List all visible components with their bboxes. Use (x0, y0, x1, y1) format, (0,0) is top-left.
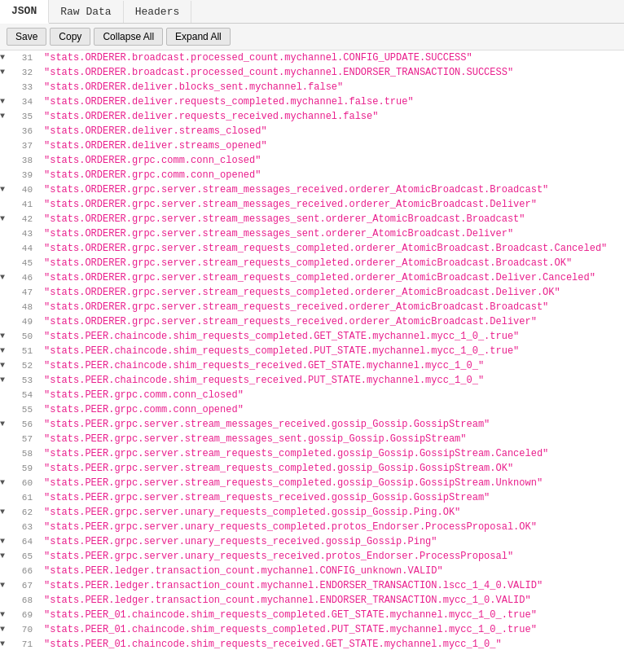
line-number: 60 (10, 476, 33, 490)
collapse-arrow-icon[interactable]: ▼ (0, 358, 10, 373)
collapse-arrow-icon[interactable]: ▼ (0, 637, 10, 652)
json-line: ▼50"stats.PEER.chaincode.shim_requests_c… (0, 329, 624, 344)
line-content: "stats.ORDERER.grpc.comm.conn_opened" (41, 168, 624, 182)
json-line: 36"stats.ORDERER.deliver.streams_closed" (0, 124, 624, 138)
line-number: 42 (10, 212, 33, 226)
collapse-arrow-icon[interactable]: ▼ (0, 476, 10, 490)
line-content: "stats.PEER.grpc.server.stream_messages_… (41, 432, 624, 446)
json-line: ▼52"stats.PEER.chaincode.shim_requests_r… (0, 358, 624, 373)
collapse-arrow-icon[interactable]: ▼ (0, 270, 10, 285)
line-number: 34 (10, 94, 33, 109)
line-content: "stats.PEER.grpc.server.unary_requests_c… (41, 520, 624, 534)
json-line: ▼60"stats.PEER.grpc.server.stream_reques… (0, 476, 624, 490)
collapse-arrow-icon[interactable]: ▼ (0, 344, 10, 358)
collapse-arrow-icon[interactable]: ▼ (0, 51, 10, 65)
json-line: 47"stats.ORDERER.grpc.server.stream_requ… (0, 285, 624, 300)
line-content: "stats.PEER.ledger.transaction_count.myc… (41, 578, 624, 593)
line-content: "stats.ORDERER.deliver.streams_opened" (41, 138, 624, 153)
line-content: "stats.PEER_01.chaincode.shim_requests_r… (41, 637, 624, 652)
json-line: ▼64"stats.PEER.grpc.server.unary_request… (0, 534, 624, 549)
json-line: ▼51"stats.PEER.chaincode.shim_requests_c… (0, 344, 624, 358)
line-content: "stats.ORDERER.grpc.server.stream_reques… (41, 256, 624, 270)
line-number: 67 (10, 578, 33, 593)
line-content: "stats.ORDERER.deliver.blocks_sent.mycha… (41, 80, 624, 94)
json-line: ▼46"stats.ORDERER.grpc.server.stream_req… (0, 270, 624, 285)
line-content: "stats.ORDERER.deliver.streams_closed" (41, 124, 624, 138)
line-number: 33 (10, 80, 33, 94)
collapse-arrow-icon[interactable]: ▼ (0, 578, 10, 593)
collapse-arrow-icon[interactable]: ▼ (0, 94, 10, 109)
line-number: 46 (10, 270, 33, 285)
line-content: "stats.ORDERER.grpc.server.stream_messag… (41, 182, 624, 197)
line-content: "stats.PEER.grpc.comm.conn_closed" (41, 388, 624, 402)
line-content: "stats.PEER.grpc.server.stream_requests_… (41, 476, 624, 490)
save-button[interactable]: Save (7, 28, 46, 46)
json-line: 37"stats.ORDERER.deliver.streams_opened" (0, 138, 624, 153)
line-number: 43 (10, 226, 33, 241)
line-number: 49 (10, 314, 33, 329)
collapse-arrow-icon[interactable]: ▼ (0, 534, 10, 549)
line-number: 62 (10, 505, 33, 520)
json-line: ▼35"stats.ORDERER.deliver.requests_recei… (0, 109, 624, 124)
json-line: 45"stats.ORDERER.grpc.server.stream_requ… (0, 256, 624, 270)
line-content: "stats.PEER.grpc.server.unary_requests_r… (41, 549, 624, 564)
json-line: ▼62"stats.PEER.grpc.server.unary_request… (0, 505, 624, 520)
json-line: 49"stats.ORDERER.grpc.server.stream_requ… (0, 314, 624, 329)
tab-headers[interactable]: Headers (124, 1, 192, 23)
copy-button[interactable]: Copy (50, 28, 90, 46)
collapse-arrow-icon[interactable]: ▼ (0, 329, 10, 344)
json-line: ▼34"stats.ORDERER.deliver.requests_compl… (0, 94, 624, 109)
toolbar: Save Copy Collapse All Expand All (0, 24, 624, 51)
json-line: 41"stats.ORDERER.grpc.server.stream_mess… (0, 197, 624, 212)
collapse-arrow-icon[interactable]: ▼ (0, 417, 10, 432)
line-content: "stats.PEER_01.chaincode.shim_requests_c… (41, 622, 624, 637)
line-number: 36 (10, 124, 33, 138)
json-line: 68"stats.PEER.ledger.transaction_count.m… (0, 593, 624, 608)
collapse-arrow-icon[interactable]: ▼ (0, 182, 10, 197)
line-number: 66 (10, 564, 33, 578)
collapse-arrow-icon[interactable]: ▼ (0, 373, 10, 388)
line-content: "stats.PEER.chaincode.shim_requests_comp… (41, 329, 624, 344)
json-line: ▼69"stats.PEER_01.chaincode.shim_request… (0, 608, 624, 622)
collapse-arrow-icon[interactable]: ▼ (0, 65, 10, 80)
json-line: 61"stats.PEER.grpc.server.stream_request… (0, 490, 624, 505)
line-number: 64 (10, 534, 33, 549)
line-content: "stats.PEER.chaincode.shim_requests_rece… (41, 373, 624, 388)
collapse-arrow-icon[interactable]: ▼ (0, 549, 10, 564)
line-number: 69 (10, 608, 33, 622)
collapse-arrow-icon[interactable]: ▼ (0, 212, 10, 226)
line-content: "stats.ORDERER.grpc.server.stream_messag… (41, 226, 624, 241)
line-content: "stats.ORDERER.broadcast.processed_count… (41, 51, 624, 65)
json-viewer: ▼31"stats.ORDERER.broadcast.processed_co… (0, 51, 624, 672)
line-number: 54 (10, 388, 33, 402)
line-content: "stats.PEER.ledger.transaction_count.myc… (41, 564, 624, 578)
collapse-arrow-icon[interactable]: ▼ (0, 608, 10, 622)
tab-raw-data[interactable]: Raw Data (49, 1, 123, 23)
tab-bar: JSON Raw Data Headers (0, 0, 624, 24)
line-number: 58 (10, 446, 33, 461)
line-content: "stats.PEER.grpc.server.unary_requests_c… (41, 505, 624, 520)
collapse-arrow-icon[interactable]: ▼ (0, 109, 10, 124)
collapse-arrow-icon[interactable]: ▼ (0, 622, 10, 637)
json-line: ▼42"stats.ORDERER.grpc.server.stream_mes… (0, 212, 624, 226)
line-content: "stats.ORDERER.grpc.server.stream_reques… (41, 300, 624, 314)
line-number: 40 (10, 182, 33, 197)
tab-json[interactable]: JSON (0, 0, 49, 24)
json-line: 54"stats.PEER.grpc.comm.conn_closed" (0, 388, 624, 402)
line-content: "stats.ORDERER.grpc.server.stream_reques… (41, 270, 624, 285)
collapse-all-button[interactable]: Collapse All (94, 28, 163, 46)
expand-all-button[interactable]: Expand All (166, 28, 231, 46)
line-number: 35 (10, 109, 33, 124)
line-number: 68 (10, 593, 33, 608)
line-number: 56 (10, 417, 33, 432)
collapse-arrow-icon[interactable]: ▼ (0, 505, 10, 520)
json-line: 44"stats.ORDERER.grpc.server.stream_requ… (0, 241, 624, 256)
line-number: 71 (10, 637, 33, 652)
line-content: "stats.PEER.ledger.transaction_count.myc… (41, 593, 624, 608)
line-number: 41 (10, 197, 33, 212)
json-line: 58"stats.PEER.grpc.server.stream_request… (0, 446, 624, 461)
line-number: 59 (10, 461, 33, 476)
line-content: "stats.ORDERER.deliver.requests_complete… (41, 94, 624, 109)
line-content: "stats.ORDERER.grpc.server.stream_reques… (41, 241, 624, 256)
json-line: 39"stats.ORDERER.grpc.comm.conn_opened" (0, 168, 624, 182)
